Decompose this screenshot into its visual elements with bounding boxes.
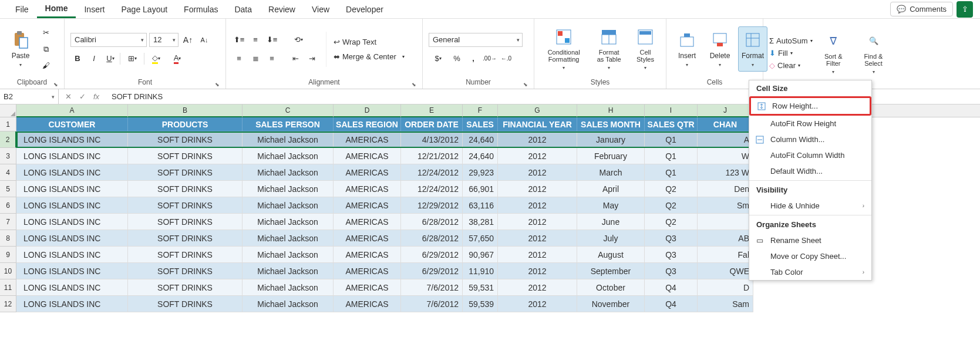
tab-view[interactable]: View bbox=[304, 1, 338, 18]
cell[interactable]: SOFT DRINKS bbox=[128, 197, 243, 214]
cell[interactable]: July bbox=[577, 230, 645, 247]
col-header-F[interactable]: F bbox=[463, 104, 498, 117]
row-header-10[interactable]: 10 bbox=[0, 263, 16, 279]
cell[interactable]: Michael Jackson bbox=[243, 131, 334, 148]
menu-column-width[interactable]: Column Width... bbox=[749, 131, 871, 147]
cell[interactable]: Sam bbox=[698, 296, 753, 312]
menu-autofit-col[interactable]: AutoFit Column Width bbox=[749, 147, 871, 163]
number-launcher[interactable]: ⬊ bbox=[523, 82, 528, 87]
row-header-5[interactable]: 5 bbox=[0, 181, 16, 197]
cell[interactable]: Michael Jackson bbox=[243, 214, 334, 230]
cell[interactable]: January bbox=[577, 131, 645, 148]
row-header-2[interactable]: 2 bbox=[0, 131, 16, 148]
cell[interactable]: Q2 bbox=[645, 181, 698, 197]
cell[interactable]: SOFT DRINKS bbox=[128, 148, 243, 164]
row-header-8[interactable]: 8 bbox=[0, 230, 16, 247]
cell[interactable]: 29,923 bbox=[463, 164, 498, 181]
cell[interactable]: 6/29/2012 bbox=[401, 263, 463, 279]
increase-font-button[interactable]: A↑ bbox=[181, 33, 195, 47]
cell[interactable]: 2012 bbox=[498, 247, 577, 263]
cell[interactable]: AMERICAS bbox=[334, 131, 401, 148]
font-color-button[interactable]: A ▾ bbox=[168, 52, 187, 66]
cell[interactable]: SOFT DRINKS bbox=[128, 263, 243, 279]
cell[interactable]: D bbox=[698, 279, 753, 296]
format-painter-button[interactable]: 🖌 bbox=[39, 59, 53, 73]
cell[interactable]: 2012 bbox=[498, 131, 577, 148]
fill-button[interactable]: ⬇ Fill ▾ bbox=[769, 49, 813, 58]
cell[interactable]: SOFT DRINKS bbox=[128, 214, 243, 230]
cell[interactable]: November bbox=[577, 296, 645, 312]
delete-cells-button[interactable]: Delete▾ bbox=[705, 27, 735, 71]
fx-button[interactable]: fx bbox=[90, 91, 102, 103]
name-box[interactable]: B2 ▾ bbox=[0, 89, 59, 104]
cell[interactable]: Michael Jackson bbox=[243, 164, 334, 181]
tab-insert[interactable]: Insert bbox=[76, 1, 113, 18]
currency-button[interactable]: $ ▾ bbox=[429, 52, 447, 66]
col-header-G[interactable]: G bbox=[498, 104, 577, 117]
row-header-6[interactable]: 6 bbox=[0, 197, 16, 214]
col-header-B[interactable]: B bbox=[128, 104, 243, 117]
cell[interactable]: May bbox=[577, 197, 645, 214]
cell[interactable]: AMERICAS bbox=[334, 214, 401, 230]
cell[interactable]: LONG ISLANDS INC bbox=[16, 296, 128, 312]
cell[interactable]: August bbox=[577, 247, 645, 263]
cell[interactable]: Michael Jackson bbox=[243, 247, 334, 263]
cell[interactable]: Q1 bbox=[645, 131, 698, 148]
row-header-1[interactable]: 1 bbox=[0, 117, 16, 131]
table-header[interactable]: SALES bbox=[463, 117, 498, 131]
cell[interactable]: 4/13/2012 bbox=[401, 131, 463, 148]
cell[interactable]: Q3 bbox=[645, 230, 698, 247]
tab-file[interactable]: File bbox=[7, 1, 37, 18]
increase-decimal-button[interactable]: .00→ bbox=[483, 52, 497, 66]
cell[interactable]: Sm bbox=[698, 197, 753, 214]
cell[interactable]: September bbox=[577, 263, 645, 279]
enter-formula-button[interactable]: ✓ bbox=[76, 91, 88, 103]
cell[interactable]: 123 W bbox=[698, 164, 753, 181]
cut-button[interactable]: ✂ bbox=[39, 26, 53, 40]
menu-autofit-row[interactable]: AutoFit Row Height bbox=[749, 116, 871, 131]
increase-indent-button[interactable]: ⇥ bbox=[305, 52, 319, 66]
cell[interactable]: 7/6/2012 bbox=[401, 279, 463, 296]
decrease-decimal-button[interactable]: ←.0 bbox=[499, 52, 513, 66]
cell[interactable]: February bbox=[577, 148, 645, 164]
percent-button[interactable]: % bbox=[450, 52, 464, 66]
cell[interactable]: 2012 bbox=[498, 214, 577, 230]
cell[interactable]: 2012 bbox=[498, 197, 577, 214]
cell[interactable]: LONG ISLANDS INC bbox=[16, 214, 128, 230]
cell[interactable]: Michael Jackson bbox=[243, 279, 334, 296]
cell[interactable]: 59,531 bbox=[463, 279, 498, 296]
cell[interactable]: 12/24/2012 bbox=[401, 181, 463, 197]
underline-button[interactable]: U ▾ bbox=[103, 52, 117, 66]
tab-data[interactable]: Data bbox=[226, 1, 260, 18]
align-top-button[interactable]: ⬆≡ bbox=[232, 33, 246, 47]
alignment-launcher[interactable]: ⬊ bbox=[412, 82, 416, 87]
cell[interactable]: LONG ISLANDS INC bbox=[16, 279, 128, 296]
cell[interactable]: SOFT DRINKS bbox=[128, 164, 243, 181]
select-all-corner[interactable] bbox=[0, 104, 16, 117]
tab-home[interactable]: Home bbox=[37, 0, 76, 18]
menu-hide-unhide[interactable]: Hide & Unhide› bbox=[749, 198, 871, 214]
comma-button[interactable]: , bbox=[466, 52, 480, 66]
tab-page-layout[interactable]: Page Layout bbox=[113, 1, 176, 18]
col-header-E[interactable]: E bbox=[401, 104, 463, 117]
col-header-empty[interactable] bbox=[871, 104, 980, 117]
cell[interactable]: SOFT DRINKS bbox=[128, 279, 243, 296]
table-header[interactable]: SALES REGION bbox=[334, 117, 401, 131]
cell[interactable]: Q4 bbox=[645, 279, 698, 296]
cell[interactable]: LONG ISLANDS INC bbox=[16, 197, 128, 214]
cell[interactable]: LONG ISLANDS INC bbox=[16, 247, 128, 263]
menu-row-height[interactable]: Row Height... bbox=[749, 96, 871, 116]
row-header-4[interactable]: 4 bbox=[0, 164, 16, 181]
tab-formulas[interactable]: Formulas bbox=[176, 1, 226, 18]
cell[interactable]: Q1 bbox=[645, 148, 698, 164]
cell[interactable]: 66,901 bbox=[463, 181, 498, 197]
col-header-J[interactable]: J bbox=[698, 104, 753, 117]
cell[interactable]: 6/28/2012 bbox=[401, 214, 463, 230]
table-header[interactable]: SALES MONTH bbox=[577, 117, 645, 131]
align-center-button[interactable]: ≣ bbox=[248, 52, 262, 66]
cell[interactable]: A bbox=[698, 131, 753, 148]
font-size-select[interactable]: 12 bbox=[149, 33, 179, 47]
merge-center-button[interactable]: ⬌ Merge & Center ▾ bbox=[334, 52, 405, 61]
insert-cells-button[interactable]: Insert▾ bbox=[672, 27, 702, 71]
align-right-button[interactable]: ≡ bbox=[265, 52, 279, 66]
